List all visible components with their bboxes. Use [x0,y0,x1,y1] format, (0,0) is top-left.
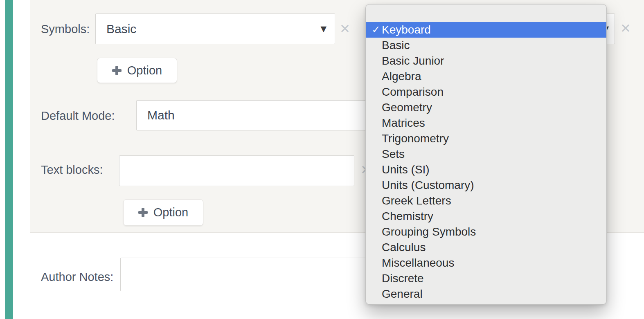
menu-item[interactable]: Sets [366,146,606,162]
menu-item[interactable]: General [366,286,606,302]
symbols-label: Symbols: [41,22,90,36]
menu-item-label: Units (SI) [382,163,430,176]
menu-item-label: Algebra [382,70,421,83]
plus-icon [112,66,122,75]
app-window: Symbols: Basic ▼ ✕ Option Default Mode: … [0,0,644,319]
menu-item-label: Miscellaneous [382,256,454,269]
add-symbols-option-button[interactable]: Option [97,58,177,83]
menu-item[interactable]: Calculus [366,240,606,255]
menu-item-label: Greek Letters [382,194,451,207]
menu-item[interactable]: Matrices [366,115,606,131]
check-icon: ✓ [370,22,382,38]
menu-item[interactable]: Miscellaneous [366,255,606,271]
menu-item-label: General [382,288,423,300]
default-mode-label: Default Mode: [41,109,115,123]
dropdown-menu-list: ✓ Keyboard Basic Basic Junior Algebra Co… [366,22,606,302]
chevron-down-icon: ▼ [320,25,327,32]
text-blocks-input[interactable] [119,155,354,186]
menu-item[interactable]: ✓ Keyboard [366,22,606,38]
menu-item-label: Matrices [382,117,425,129]
add-option-label: Option [127,64,162,77]
symbols-dropdown-menu: ✓ Keyboard Basic Basic Junior Algebra Co… [365,4,607,305]
menu-item-label: Calculus [382,241,426,254]
add-option-label: Option [153,206,188,219]
menu-item-label: Grouping Symbols [382,225,476,238]
menu-item-label: Basic [382,39,410,52]
menu-item-label: Chemistry [382,210,433,222]
menu-item[interactable]: Basic [366,38,606,53]
menu-item[interactable]: Units (Customary) [366,177,606,193]
menu-item[interactable]: Trigonometry [366,131,606,146]
symbols-clear-icon[interactable]: ✕ [338,20,352,37]
default-mode-select-value: Math [147,101,175,130]
plus-icon [138,208,148,217]
menu-item[interactable]: Units (SI) [366,162,606,177]
add-text-block-option-button[interactable]: Option [123,199,203,226]
symbols-select-value: Basic [106,14,136,44]
menu-item[interactable]: Chemistry [366,209,606,224]
symbols-select[interactable]: Basic ▼ [95,13,335,44]
menu-item[interactable]: Greek Letters [366,193,606,209]
menu-item[interactable]: Geometry [366,100,606,115]
menu-item[interactable]: Algebra [366,69,606,84]
menu-item-label: Discrete [382,272,424,285]
menu-item-label: Basic Junior [382,54,444,67]
menu-item-label: Keyboard [382,23,431,36]
menu-item[interactable]: Comparison [366,84,606,100]
author-notes-label: Author Notes: [41,270,113,284]
menu-item-label: Trigonometry [382,132,449,145]
text-blocks-label: Text blocks: [41,163,103,177]
menu-item[interactable]: Grouping Symbols [366,224,606,240]
menu-item-label: Units (Customary) [382,179,474,191]
sidebar-accent-bar [5,0,13,319]
menu-item[interactable]: Basic Junior [366,53,606,69]
menu-item-label: Geometry [382,101,432,114]
menu-item-label: Comparison [382,85,444,98]
symbols-secondary-clear-icon[interactable]: ✕ [619,20,633,36]
menu-item-label: Sets [382,148,405,160]
menu-item[interactable]: Discrete [366,271,606,286]
